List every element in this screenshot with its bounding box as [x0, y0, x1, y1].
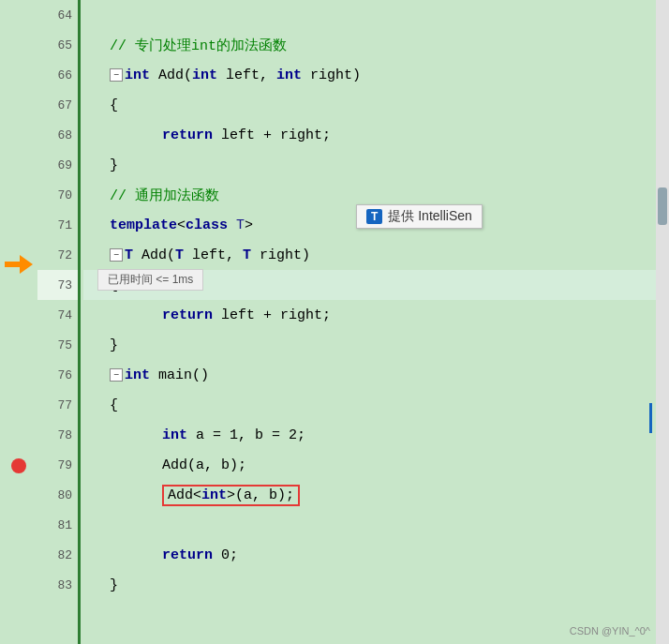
code-line-64: [83, 0, 669, 30]
kw-T-left: T: [175, 247, 184, 263]
intellisense-badge: T: [366, 209, 382, 224]
line-num-79: 79: [37, 450, 78, 480]
line-num-66: 66: [37, 60, 78, 90]
scrollbar[interactable]: [656, 0, 669, 644]
plain-78: a = 1, b = 2;: [187, 427, 305, 443]
code-line-72: − T Add( T left, T right): [83, 240, 669, 270]
line-num-74: 74: [37, 300, 78, 330]
line-numbers: 64 65 66 67 68 69 70 71 72 73 74 75 76 7…: [37, 0, 81, 644]
watermark: CSDN @YIN_^0^: [570, 625, 650, 637]
line-num-81: 81: [37, 510, 78, 540]
brace-75: }: [110, 337, 118, 353]
line-num-69: 69: [37, 150, 78, 180]
blue-line-indicator: [649, 403, 652, 433]
svg-rect-0: [5, 262, 22, 267]
line-num-65: 65: [37, 30, 78, 60]
svg-marker-1: [20, 255, 33, 274]
line-num-82: 82: [37, 540, 78, 570]
line-num-67: 67: [37, 90, 78, 120]
intellisense-tooltip: T 提供 IntelliSen: [356, 204, 483, 229]
plain-66b: left,: [217, 67, 276, 83]
plain-80a: Add<: [168, 487, 201, 503]
kw-int-66: int: [125, 67, 150, 83]
plain-71a: <: [177, 217, 186, 233]
brace-69: }: [110, 157, 118, 173]
brace-83: }: [110, 577, 118, 593]
plain-66: Add(: [150, 67, 192, 83]
code-line-82: return 0;: [83, 540, 669, 570]
arrow-indicator: [4, 251, 34, 277]
plain-74: left + right;: [213, 307, 331, 323]
kw-int-right: int: [276, 67, 302, 83]
collapse-76[interactable]: −: [110, 368, 123, 382]
kw-int-left: int: [192, 67, 217, 83]
plain-80b: >(a, b);: [227, 487, 294, 503]
plain-68: left + right;: [213, 127, 331, 143]
code-line-83: }: [83, 570, 669, 600]
plain-72: Add(: [133, 247, 175, 263]
line-num-73: 73: [37, 270, 78, 300]
plain-76: main(): [150, 367, 209, 383]
editor-container: 64 65 66 67 68 69 70 71 72 73 74 75 76 7…: [0, 0, 669, 644]
line-num-71: 71: [37, 210, 78, 240]
red-dot-breakpoint: [11, 458, 26, 473]
brace-67: {: [110, 97, 118, 113]
code-line-69: }: [83, 150, 669, 180]
comment-70: // 通用加法函数: [110, 187, 219, 204]
kw-T-right: T: [243, 247, 251, 263]
line-num-70: 70: [37, 180, 78, 210]
tpl-param-T: T: [228, 217, 245, 233]
code-line-77: {: [83, 390, 669, 420]
code-line-81: [83, 510, 669, 540]
code-line-67: {: [83, 90, 669, 120]
plain-79: Add(a, b);: [162, 457, 246, 473]
line-num-78: 78: [37, 420, 78, 450]
line-num-83: 83: [37, 570, 78, 600]
redbox-80: Add<int>(a, b);: [162, 485, 300, 506]
line-num-72: 72: [37, 240, 78, 270]
line-num-68: 68: [37, 120, 78, 150]
line-num-76: 76: [37, 360, 78, 390]
plain-66c: right): [302, 67, 361, 83]
kw-template: template: [110, 217, 177, 233]
line-num-77: 77: [37, 390, 78, 420]
code-line-68: return left + right;: [83, 120, 669, 150]
collapse-72[interactable]: −: [110, 248, 123, 262]
code-line-79: Add(a, b);: [83, 450, 669, 480]
left-gutter: [0, 0, 37, 644]
kw-int-80: int: [201, 487, 227, 503]
exec-time-tooltip: 已用时间 <= 1ms: [97, 269, 203, 291]
code-lines: // 专门处理int的加法函数 − int Add( int left, int…: [83, 0, 669, 644]
brace-77: {: [110, 397, 118, 413]
kw-int-76: int: [125, 367, 150, 383]
code-line-76: − int main(): [83, 360, 669, 390]
scrollbar-thumb[interactable]: [658, 187, 667, 225]
code-line-78: int a = 1, b = 2;: [83, 420, 669, 450]
collapse-66[interactable]: −: [110, 68, 123, 82]
kw-return-82: return: [162, 547, 213, 563]
line-num-75: 75: [37, 330, 78, 360]
kw-return-68: return: [162, 127, 213, 143]
kw-return-74: return: [162, 307, 213, 323]
line-num-64: 64: [37, 0, 78, 30]
code-line-74: return left + right;: [83, 300, 669, 330]
plain-72c: right): [251, 247, 310, 263]
kw-T-72: T: [125, 247, 133, 263]
code-area: 64 65 66 67 68 69 70 71 72 73 74 75 76 7…: [37, 0, 669, 644]
comment-65: // 专门处理int的加法函数: [110, 37, 287, 54]
code-line-65: // 专门处理int的加法函数: [83, 30, 669, 60]
code-line-75: }: [83, 330, 669, 360]
code-line-80: Add<int>(a, b);: [83, 480, 669, 510]
code-line-66: − int Add( int left, int right): [83, 60, 669, 90]
kw-int-78: int: [162, 427, 187, 443]
intellisense-text: 提供 IntelliSen: [388, 208, 471, 225]
line-num-80: 80: [37, 480, 78, 510]
plain-82: 0;: [213, 547, 238, 563]
plain-72b: left,: [184, 247, 243, 263]
kw-class: class: [186, 217, 228, 233]
plain-71b: >: [245, 217, 253, 233]
